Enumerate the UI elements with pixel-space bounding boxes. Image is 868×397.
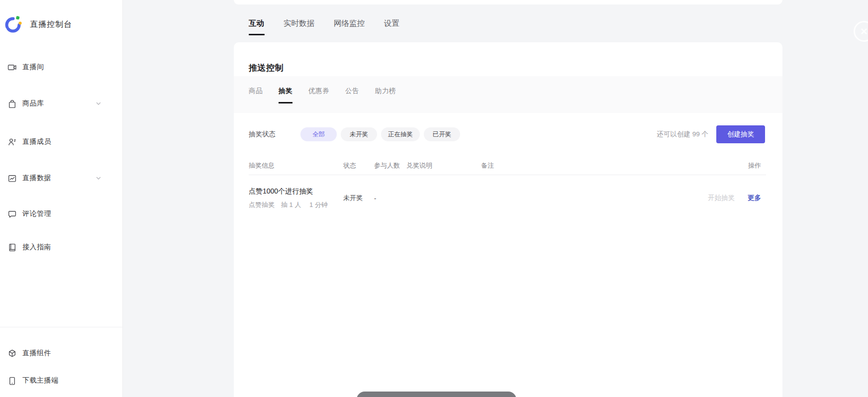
sidebar-item-live-data[interactable]: 直播数据 bbox=[0, 168, 123, 188]
push-type-tab-bar: 商品 抽奖 优惠券 公告 助力榜 bbox=[234, 76, 782, 113]
sidebar-item-label: 评论管理 bbox=[22, 209, 51, 218]
sidebar-item-goods-library[interactable]: 商品库 bbox=[0, 94, 123, 113]
remaining-quota-text: 还可以创建 99 个 bbox=[657, 130, 708, 139]
phone-icon bbox=[5, 374, 18, 387]
sidebar-item-live-components[interactable]: 直播组件 bbox=[0, 343, 123, 363]
sidebar-item-label: 商品库 bbox=[22, 99, 44, 108]
chevron-down-icon[interactable] bbox=[96, 175, 101, 181]
push-control-panel: 推送控制 商品 抽奖 优惠券 公告 助力榜 抽奖状态 全部 未开奖 正在抽奖 已… bbox=[234, 42, 782, 397]
close-icon: ✕ bbox=[860, 26, 868, 37]
subtab-lottery[interactable]: 抽奖 bbox=[279, 87, 292, 103]
col-redeem-info: 兑奖说明 bbox=[406, 161, 481, 170]
bag-icon bbox=[5, 97, 18, 110]
camera-icon bbox=[5, 61, 18, 74]
col-actions: 操作 bbox=[696, 161, 766, 170]
sidebar-item-label: 直播成员 bbox=[22, 137, 51, 146]
comment-icon bbox=[5, 207, 18, 220]
more-actions-link[interactable]: 更多 bbox=[748, 194, 761, 202]
member-icon bbox=[5, 135, 18, 148]
subtab-notice[interactable]: 公告 bbox=[345, 87, 359, 102]
col-participants: 参与人数 bbox=[374, 161, 406, 170]
panel-title: 推送控制 bbox=[249, 62, 284, 74]
sidebar-item-label: 下载主播端 bbox=[22, 376, 59, 385]
chevron-down-icon[interactable] bbox=[96, 100, 101, 106]
scrolled-card-edge bbox=[234, 0, 782, 4]
sidebar-item-label: 直播间 bbox=[22, 63, 44, 72]
pill-not-drawn[interactable]: 未开奖 bbox=[341, 127, 377, 141]
sidebar-divider bbox=[0, 327, 123, 327]
subtab-coupon[interactable]: 优惠券 bbox=[308, 87, 329, 102]
lottery-subtitle: 点赞抽奖 抽 1 人 1 分钟 bbox=[249, 200, 343, 209]
sidebar-item-integration-guide[interactable]: 接入指南 bbox=[0, 237, 123, 257]
sidebar-item-label: 直播组件 bbox=[22, 349, 51, 358]
start-lottery-link[interactable]: 开始抽奖 bbox=[708, 194, 735, 202]
main-tab-bar: 互动 实时数据 网络监控 设置 bbox=[249, 18, 399, 34]
sidebar: 直播控制台 直播间 商品库 bbox=[0, 0, 123, 397]
status-filter-pills: 全部 未开奖 正在抽奖 已开奖 bbox=[300, 127, 460, 141]
sidebar-item-live-members[interactable]: 直播成员 bbox=[0, 132, 123, 152]
sidebar-item-live-room[interactable]: 直播间 bbox=[0, 57, 123, 77]
tab-interact[interactable]: 互动 bbox=[249, 18, 264, 34]
app-title: 直播控制台 bbox=[30, 19, 72, 30]
sidebar-item-label: 接入指南 bbox=[22, 243, 51, 252]
sidebar-item-label: 直播数据 bbox=[22, 174, 51, 183]
lottery-filter-row: 抽奖状态 全部 未开奖 正在抽奖 已开奖 还可以创建 99 个 创建抽奖 bbox=[249, 125, 765, 144]
tab-network-monitor[interactable]: 网络监控 bbox=[334, 18, 365, 34]
pill-drawing[interactable]: 正在抽奖 bbox=[381, 127, 420, 141]
subtab-boost-rank[interactable]: 助力榜 bbox=[375, 87, 396, 102]
app-logo-icon bbox=[4, 15, 23, 34]
participants-cell: - bbox=[374, 195, 406, 202]
app-logo: 直播控制台 bbox=[4, 15, 72, 34]
bottom-toast-partial bbox=[357, 392, 516, 397]
col-status: 状态 bbox=[343, 161, 374, 170]
close-float-button[interactable]: ✕ bbox=[854, 21, 868, 42]
actions-cell: 开始抽奖 更多 bbox=[696, 194, 766, 202]
col-remark: 备注 bbox=[481, 161, 696, 170]
guide-book-icon bbox=[5, 241, 18, 254]
tab-realtime-data[interactable]: 实时数据 bbox=[284, 18, 314, 34]
sidebar-item-comment-management[interactable]: 评论管理 bbox=[0, 204, 123, 224]
lottery-title: 点赞1000个进行抽奖 bbox=[249, 187, 343, 196]
pill-drawn[interactable]: 已开奖 bbox=[424, 127, 460, 141]
cube-icon bbox=[5, 347, 18, 360]
sidebar-item-download-anchor-app[interactable]: 下载主播端 bbox=[0, 371, 123, 391]
create-lottery-button[interactable]: 创建抽奖 bbox=[716, 125, 765, 143]
status-cell: 未开奖 bbox=[343, 194, 374, 202]
chart-icon bbox=[5, 172, 18, 185]
col-lottery-info: 抽奖信息 bbox=[249, 161, 343, 170]
lottery-table-header: 抽奖信息 状态 参与人数 兑奖说明 备注 操作 bbox=[249, 157, 766, 175]
subtab-goods[interactable]: 商品 bbox=[249, 87, 263, 102]
lottery-info-cell: 点赞1000个进行抽奖 点赞抽奖 抽 1 人 1 分钟 bbox=[249, 187, 343, 209]
lottery-table-row: 点赞1000个进行抽奖 点赞抽奖 抽 1 人 1 分钟 未开奖 - 开始抽奖 更… bbox=[249, 175, 766, 221]
tab-settings[interactable]: 设置 bbox=[384, 18, 399, 34]
filter-label: 抽奖状态 bbox=[249, 130, 276, 139]
pill-all[interactable]: 全部 bbox=[300, 127, 337, 141]
